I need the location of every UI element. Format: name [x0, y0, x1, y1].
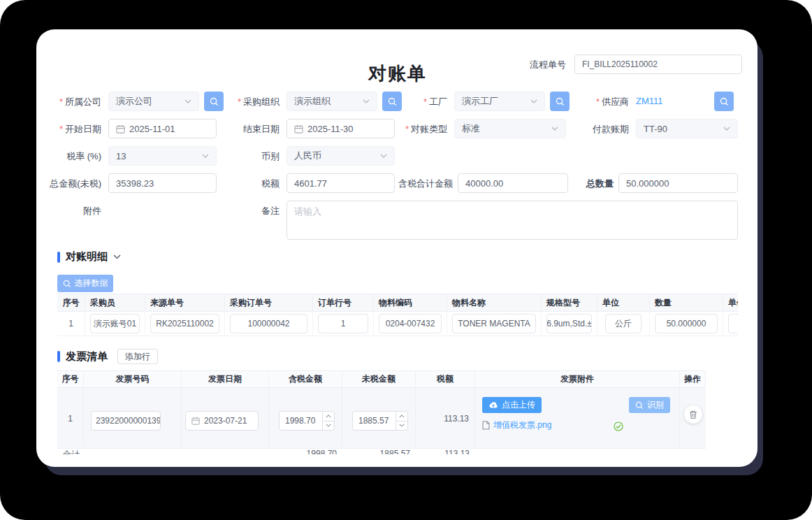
page: 对账单 流程单号 FI_BILL2025110002 *所属公司 演示公司 *采…	[0, 0, 812, 520]
col-buyer: 采购员	[85, 294, 145, 311]
qty-input[interactable]: 50.000000	[655, 314, 718, 333]
company-select[interactable]: 演示公司	[108, 92, 199, 111]
payment-term-select[interactable]: TT-90	[636, 119, 738, 138]
search-icon	[210, 97, 219, 106]
col-source-no: 来源单号	[145, 294, 225, 311]
stepper-up-icon[interactable]	[396, 412, 407, 421]
end-date-input[interactable]: 2025-11-30	[287, 119, 395, 138]
factory-select[interactable]: 演示工厂	[454, 92, 545, 111]
col-invoice-date: 发票日期	[182, 371, 269, 387]
search-icon	[720, 97, 729, 106]
total-qty-label: 总数量	[552, 178, 614, 190]
search-icon	[635, 401, 644, 410]
total-qty-value: 50.000000	[626, 178, 669, 189]
stepper-up-icon[interactable]	[323, 412, 334, 421]
total-with-tax-label: 含税合计金额	[386, 178, 453, 190]
tax-amount-input[interactable]: 4601.77	[287, 173, 395, 193]
stepper-down-icon[interactable]	[323, 421, 334, 431]
start-date-input[interactable]: 2025-11-01	[108, 119, 217, 138]
material-name-input[interactable]: TONER MAGENTA	[452, 314, 536, 333]
invoice-table-header-row: 序号 发票号码 发票日期 含税金额 未税金额 税额 发票附件 操作	[57, 370, 706, 388]
search-icon	[63, 280, 71, 288]
flow-no-input[interactable]: FI_BILL2025110002	[574, 55, 742, 74]
flow-no-label: 流程单号	[505, 59, 566, 71]
row-no: 1	[57, 414, 83, 424]
recognize-button[interactable]: 识别	[629, 397, 670, 413]
start-date-value: 2025-11-01	[129, 124, 175, 134]
invoice-total-row: 合计 1998.70 1885.57 113.13	[57, 449, 706, 454]
price-input[interactable]	[728, 314, 738, 333]
delete-row-button[interactable]	[684, 405, 702, 424]
buyer-input[interactable]: 演示账号01	[90, 314, 140, 333]
col-invoice-no: 发票号码	[84, 371, 182, 387]
invoice-date-input[interactable]: 2023-07-21	[185, 411, 259, 431]
tax-rate-select[interactable]: 13	[108, 146, 217, 166]
amount-untaxed-stepper[interactable]: 1885.57	[352, 411, 408, 431]
select-data-label: 选择数据	[75, 277, 108, 289]
col-qty: 数量	[650, 294, 723, 311]
unit-input[interactable]: 公斤	[605, 314, 641, 333]
col-tax: 税额	[416, 371, 475, 387]
remark-label: 备注	[218, 205, 280, 217]
detail-table-header-row: 序号 采购员 来源单号 采购订单号 订单行号 物料编码 物料名称 规格型号 单位…	[57, 294, 738, 312]
total-untaxed-input[interactable]: 35398.23	[108, 173, 217, 193]
supplier-value-link[interactable]: ZM111	[636, 96, 663, 106]
calendar-icon	[116, 124, 125, 133]
material-code-input[interactable]: 0204-007432	[379, 314, 442, 333]
po-no-input[interactable]: 100000042	[230, 314, 307, 333]
invoice-no-input[interactable]: 23922000000139	[91, 411, 161, 431]
currency-value: 人民币	[294, 150, 321, 162]
col-material-name: 物料名称	[447, 294, 542, 311]
col-spec: 规格型号	[542, 294, 597, 311]
search-icon	[556, 97, 565, 106]
company-value: 演示公司	[116, 95, 152, 108]
purchase-org-select[interactable]: 演示组织	[287, 92, 377, 111]
detail-section-title: 对账明细	[66, 250, 108, 263]
col-no: 序号	[57, 294, 85, 311]
invoice-section-title: 发票清单	[66, 350, 108, 363]
bill-card: 对账单 流程单号 FI_BILL2025110002 *所属公司 演示公司 *采…	[36, 29, 757, 467]
add-row-button[interactable]: 添加行	[117, 349, 158, 364]
amount-with-tax-stepper[interactable]: 1998.70	[279, 411, 335, 431]
col-amount-untaxed: 未税金额	[342, 371, 416, 387]
stepper-down-icon[interactable]	[396, 421, 407, 431]
total-amount-untaxed: 1885.57	[342, 449, 416, 454]
stepper-controls	[322, 412, 334, 430]
currency-select[interactable]: 人民币	[287, 146, 395, 166]
invoice-table: 序号 发票号码 发票日期 含税金额 未税金额 税额 发票附件 操作 1 2392	[57, 370, 706, 454]
total-with-tax-value: 40000.00	[465, 178, 503, 189]
invoice-section-header: 发票清单 添加行	[57, 349, 738, 364]
total-untaxed-value: 35398.23	[116, 178, 154, 189]
row-no: 1	[68, 319, 73, 328]
supplier-search-button[interactable]	[714, 92, 734, 111]
trash-icon	[689, 410, 697, 419]
chevron-down-icon	[530, 99, 537, 103]
cloud-upload-icon	[488, 401, 498, 409]
required-marker: *	[238, 96, 241, 107]
col-no: 序号	[57, 371, 84, 387]
col-amount-with-tax: 含税金额	[269, 371, 342, 387]
factory-search-button[interactable]	[550, 92, 570, 111]
bill-type-label: *对账类型	[386, 123, 447, 136]
bill-type-select[interactable]: 标准	[454, 119, 566, 138]
amount-untaxed-value: 1885.57	[353, 412, 396, 430]
source-no-input[interactable]: RK2025110002	[150, 314, 219, 333]
section-accent-bar	[57, 351, 60, 362]
col-unit: 单位	[597, 294, 650, 311]
end-date-label: 结束日期	[218, 123, 280, 136]
tax-amount-value: 4601.77	[294, 178, 327, 189]
attachment-file-link[interactable]: 增值税发票.png	[482, 419, 551, 431]
total-qty-input[interactable]: 50.000000	[618, 173, 738, 193]
remark-textarea[interactable]: 请输入	[287, 201, 738, 240]
col-actions: 操作	[680, 371, 706, 387]
col-material-code: 物料编码	[374, 294, 447, 311]
collapse-chevron-icon[interactable]	[113, 254, 121, 259]
detail-table-row: 1 演示账号01 RK2025110002 100000042 1 0204-0…	[57, 312, 738, 336]
chevron-down-icon	[723, 127, 730, 131]
company-label: *所属公司	[36, 96, 101, 108]
select-data-button[interactable]: 选择数据	[57, 275, 113, 292]
upload-button[interactable]: 点击上传	[482, 397, 542, 413]
spec-input[interactable]: 6.9um,Std.±	[546, 314, 592, 333]
line-no-input[interactable]: 1	[318, 314, 368, 333]
total-untaxed-label: 总金额(未税)	[36, 178, 101, 190]
